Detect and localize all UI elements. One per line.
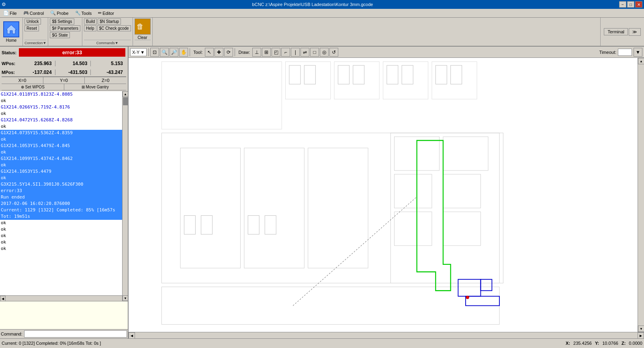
position-display: WPos: 235.963 14.503 5.153 MPos: -137.02… [0, 58, 128, 91]
console-line: Current: 1129 [1322] Completed: 85% [16m… [0, 207, 122, 220]
draw-btn6[interactable]: ⇌ [301, 48, 309, 57]
draw-label: Draw: [237, 50, 251, 55]
tool-move-button[interactable]: ✚ [215, 48, 223, 57]
window-title: bCNC z:\Aspire Projekte\USB Ladestation\… [6, 2, 619, 7]
draw-btn4[interactable]: ⌐ [281, 48, 290, 57]
menu-control[interactable]: 🎮 Control [20, 10, 47, 16]
h-scroll-left-btn[interactable]: ◀ [0, 296, 6, 301]
canvas-container[interactable] [129, 58, 638, 332]
mpos-z: -43.247 [91, 70, 126, 75]
home-button[interactable] [3, 21, 19, 37]
minimize-button[interactable]: − [619, 1, 626, 8]
command-area: Command: [0, 329, 128, 338]
canvas-with-scrollbar: ▲ ▼ [129, 58, 644, 332]
command-label: Command: [1, 332, 22, 336]
editor-menu-label: Editor [102, 11, 114, 16]
unlock-button[interactable]: Unlock [25, 18, 41, 25]
console-line: G1X214.1053Y15.4479Z-4.845 [0, 143, 122, 149]
help-button[interactable]: Help [84, 25, 96, 31]
horizontal-scrollbar: ◀ ▶ [129, 332, 644, 338]
expand-button[interactable]: ≫ [629, 28, 641, 36]
set-wpos-button[interactable]: ⊕ Set WPOS [2, 84, 64, 90]
connection-label[interactable]: Connection▼ [25, 40, 46, 45]
toolbar: Home Unlock Reset Connection▼ $$ Setting… [0, 18, 644, 47]
settings-button[interactable]: $$ Settings [50, 18, 74, 25]
scroll-down-btn[interactable]: ▼ [123, 295, 128, 301]
draw-btn8[interactable]: ◎ [320, 48, 329, 57]
commands-label[interactable]: Commands▼ [84, 40, 131, 45]
console-line: ok [0, 239, 122, 246]
menu-file[interactable]: 📄 File [0, 10, 20, 16]
menu-tools[interactable]: 🔧 Tools [72, 10, 95, 16]
draw-btn5[interactable]: | [291, 48, 300, 57]
settings-section: $$ Settings $# Parameters $G State [48, 18, 82, 46]
separator1 [148, 48, 149, 56]
terminal-button[interactable]: Terminal [604, 28, 628, 35]
console-line: G1X214.0266Y15.719Z-4.8176 [0, 104, 122, 111]
bottom-z-value: 0.0000 [629, 341, 642, 346]
window-controls: − □ ✕ [619, 1, 642, 8]
reset-button[interactable]: Reset [25, 25, 39, 31]
console-line: ok [0, 246, 122, 252]
tool-select-button[interactable]: ↖ [205, 48, 214, 57]
mpos-label: MPos: [2, 70, 20, 75]
zoom-in-button[interactable]: 🔍 [160, 48, 169, 57]
scroll-thumb[interactable] [123, 97, 128, 105]
check-gcode-button[interactable]: $C Check gcode [97, 25, 131, 31]
maximize-button[interactable]: □ [627, 1, 634, 8]
file-menu-icon: 📄 [3, 10, 9, 16]
command-input[interactable] [24, 330, 127, 338]
mpos-y: -431.503 [55, 70, 91, 75]
move-gantry-button[interactable]: ⊞ Move Gantry [64, 84, 127, 90]
commands-section: Build $N Startup Help $C Check gcode Com… [82, 18, 133, 46]
console-line: error:33 [0, 188, 122, 194]
pan-button[interactable]: ✋ [179, 48, 188, 57]
menu-editor[interactable]: ✏ Editor [95, 10, 117, 16]
terminal-right-section: Terminal ≫ [600, 18, 644, 46]
status-bar: error:33 [19, 48, 125, 57]
tool-rotate-button[interactable]: ⟳ [224, 48, 233, 57]
zero-x: X=0 [2, 77, 43, 84]
mpos-row: MPos: -137.024 -431.503 -43.247 [2, 68, 126, 77]
bottom-y-label: Y: [595, 341, 599, 346]
scroll-up-btn[interactable]: ▲ [123, 91, 128, 97]
home-label: Home [6, 38, 17, 43]
vscroll-up-btn[interactable]: ▲ [638, 58, 644, 64]
control-menu-icon: 🎮 [23, 10, 29, 16]
build-button[interactable]: Build [84, 18, 97, 25]
parameters-button[interactable]: $# Parameters [50, 25, 80, 31]
draw-btn1[interactable]: ⊥ [252, 48, 261, 57]
status-label: Status: [2, 50, 16, 55]
hscroll-left-btn[interactable]: ◀ [129, 332, 135, 339]
timeout-dropdown-btn[interactable]: ▼ [634, 48, 642, 57]
hscroll-right-btn[interactable]: ▶ [638, 332, 644, 339]
startup-button[interactable]: $N Startup [98, 18, 121, 25]
console-line: G1X214.1053Y15.4479 [0, 168, 122, 175]
editor-menu-icon: ✏ [98, 10, 102, 16]
vscroll-down-btn[interactable]: ▼ [638, 325, 644, 332]
view-label: X-Y [132, 50, 139, 55]
menu-probe[interactable]: 🔍 Probe [47, 10, 72, 16]
draw-btn7[interactable]: □ [310, 48, 319, 57]
draw-btn2[interactable]: ⊞ [262, 48, 271, 57]
titlebar: ⚙ bCNC z:\Aspire Projekte\USB Ladestatio… [0, 0, 644, 9]
mpos-x: -137.024 [20, 70, 55, 75]
view-dropdown[interactable]: X-Y ▼ [130, 48, 147, 56]
status-value: error:33 [62, 49, 82, 55]
clear-button[interactable]: 🗑 [135, 18, 151, 35]
state-button[interactable]: $G State [50, 32, 70, 38]
timeout-input[interactable]: 30 [618, 49, 632, 56]
zoom-out-button[interactable]: 🔎 [170, 48, 178, 57]
console-line: 2017-02-06 16:02:20.876000 [0, 201, 122, 207]
draw-btn3[interactable]: ◰ [272, 48, 280, 57]
zoom-fit-button[interactable]: ⊡ [150, 48, 159, 57]
bottom-input-area [0, 301, 128, 329]
draw-btn9[interactable]: ↺ [329, 48, 338, 57]
console-line: ok [0, 123, 122, 130]
bottom-coords: X: 235.4256 Y: 10.0766 Z: 0.0000 [566, 341, 642, 346]
right-scrollbar: ▲ ▼ [638, 58, 644, 332]
console-line: ok [0, 111, 122, 117]
console-line: G1X214.0472Y15.6268Z-4.8268 [0, 117, 122, 123]
close-button[interactable]: ✕ [635, 1, 642, 8]
control-menu-label: Control [30, 11, 44, 16]
